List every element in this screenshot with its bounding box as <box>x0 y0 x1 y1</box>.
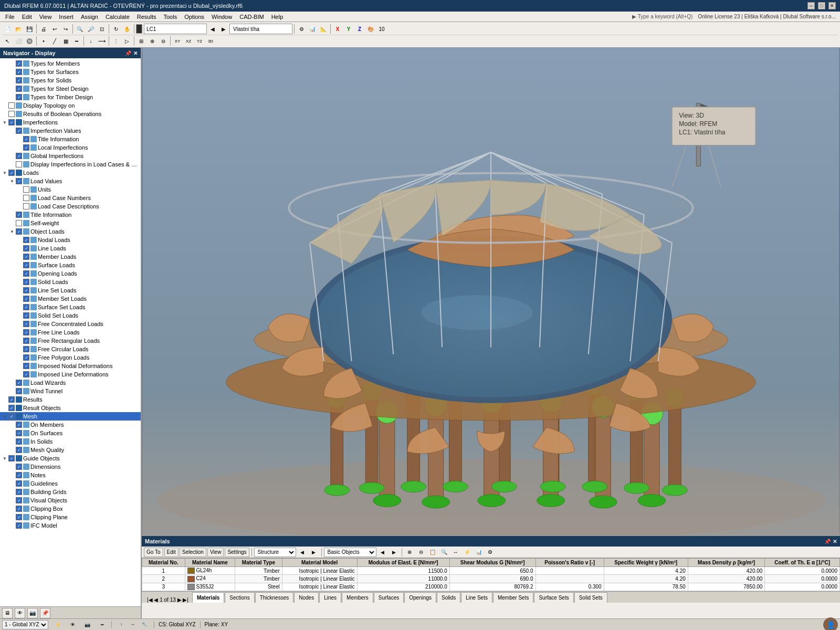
tree-item-surface-loads[interactable]: ✓Surface Loads <box>0 261 141 269</box>
member-tool[interactable]: ━ <box>71 36 82 46</box>
checkbox-mesh-quality[interactable]: ✓ <box>16 447 22 453</box>
tree-item-clipping-plane[interactable]: ✓Clipping Plane <box>0 513 141 521</box>
checkbox-nodal-loads[interactable]: ✓ <box>23 237 29 243</box>
checkbox-load-values[interactable]: ✓ <box>16 178 22 184</box>
expander-mesh[interactable]: ▼ <box>1 413 8 420</box>
tb-render-btn[interactable]: 🎨 <box>365 24 376 34</box>
line-tool[interactable]: ╱ <box>49 36 60 46</box>
lc-next[interactable]: ▶ <box>218 24 229 34</box>
checkbox-guidelines[interactable]: ✓ <box>16 480 22 487</box>
tree-item-units[interactable]: Units <box>0 185 141 194</box>
mat-close-btn[interactable]: ✕ <box>833 539 837 544</box>
basic-objects-dropdown[interactable]: Basic Objects <box>324 548 376 557</box>
menu-cadbim[interactable]: CAD-BIM <box>236 13 267 20</box>
tree-item-display-topology[interactable]: Display Topology on <box>0 101 141 110</box>
node-tool[interactable]: • <box>38 36 49 46</box>
tab-openings[interactable]: Openings <box>404 592 436 603</box>
redo-button[interactable]: ↪ <box>60 24 71 34</box>
tb-extra1[interactable]: ⚙ <box>296 24 307 34</box>
coord-system-select[interactable]: 1 - Global XYZ <box>2 620 48 629</box>
checkbox-line-loads[interactable]: ✓ <box>23 245 29 251</box>
box-select-btn[interactable]: ⬜ <box>13 36 24 46</box>
view-xy[interactable]: XY <box>172 36 183 46</box>
tb-x-axis[interactable]: X <box>332 24 343 34</box>
checkbox-surface-set-loads[interactable]: ✓ <box>23 304 29 310</box>
tab-sections[interactable]: Sections <box>225 592 254 603</box>
nav-icon-visibility[interactable]: 👁 <box>15 608 25 618</box>
checkbox-wind-tunnel[interactable]: ✓ <box>16 388 22 394</box>
nav-tree[interactable]: ✓Types for Members ✓Types for Surfaces ✓… <box>0 58 141 606</box>
checkbox-solid-loads[interactable]: ✓ <box>23 279 29 285</box>
materials-table-container[interactable]: Material No. Material Name Material Type… <box>142 558 840 591</box>
tb-z-axis[interactable]: Z <box>354 24 365 34</box>
material-row-1[interactable]: 1 GL24hTimberIsotropic | Linear Elastic1… <box>142 567 840 575</box>
checkbox-title-info-imp[interactable]: ✓ <box>23 136 29 142</box>
expander-guide-objects[interactable]: ▼ <box>1 455 8 462</box>
status-btn2[interactable]: 👁 <box>67 620 78 630</box>
tree-item-free-polygon[interactable]: ✓Free Polygon Loads <box>0 353 141 362</box>
tab-surface-sets[interactable]: Surface Sets <box>534 592 573 603</box>
expander-object-loads[interactable]: ▼ <box>8 228 16 235</box>
expander-load-values[interactable]: ▼ <box>8 177 16 185</box>
select-btn[interactable]: ↖ <box>2 36 13 46</box>
tree-item-lc-descriptions[interactable]: Load Case Descriptions <box>0 202 141 211</box>
view-3d[interactable]: 3D <box>205 36 216 46</box>
menu-window[interactable]: Window <box>208 13 235 20</box>
st-tb3[interactable]: 🔧 <box>139 620 150 630</box>
checkbox-opening-loads[interactable]: ✓ <box>23 270 29 277</box>
material-row-3[interactable]: 3 S355J2SteelIsotropic | Linear Elastic2… <box>142 583 840 591</box>
checkbox-types-solids[interactable]: ✓ <box>16 77 22 83</box>
tree-item-dimensions[interactable]: ✓Dimensions <box>0 463 141 471</box>
tree-item-title-info-loads[interactable]: ✓Title Information <box>0 211 141 219</box>
tree-item-line-loads[interactable]: ✓Line Loads <box>0 244 141 253</box>
tree-item-self-weight[interactable]: Self-weight <box>0 219 141 227</box>
tree-item-lc-numbers[interactable]: Load Case Numbers <box>0 194 141 202</box>
viewport[interactable]: View: 3D Model: RFEM LC1: Vlastní tíha C… <box>142 48 840 619</box>
tree-item-types-members[interactable]: ✓Types for Members <box>0 59 141 68</box>
checkbox-imperfections[interactable]: ✓ <box>8 119 15 125</box>
checkbox-title-info-loads[interactable]: ✓ <box>16 212 22 218</box>
tree-item-clipping-box[interactable]: ✓Clipping Box <box>0 505 141 513</box>
snap-line[interactable]: ⊖ <box>158 36 169 46</box>
checkbox-lc-descriptions[interactable] <box>23 203 29 209</box>
expander-loads[interactable]: ▼ <box>1 169 8 176</box>
view-btn[interactable]: View <box>207 548 224 557</box>
tree-item-imposed-line[interactable]: ✓Imposed Line Deformations <box>0 370 141 379</box>
menu-edit[interactable]: Edit <box>19 13 35 20</box>
menu-file[interactable]: File <box>2 13 18 20</box>
tb-extra3[interactable]: 📐 <box>318 24 329 34</box>
checkbox-clipping-plane[interactable]: ✓ <box>16 514 22 520</box>
mat-tb3[interactable]: 📋 <box>427 547 438 558</box>
tree-item-title-info-imp[interactable]: ✓Title Information <box>0 135 141 143</box>
checkbox-imperfection-values[interactable]: ✓ <box>16 128 22 134</box>
tab-line-sets[interactable]: Line Sets <box>461 592 492 603</box>
view-xz[interactable]: XZ <box>183 36 194 46</box>
tb-extra2[interactable]: 📊 <box>307 24 318 34</box>
view-all-btn[interactable]: ⊡ <box>97 24 107 34</box>
st-tb1[interactable]: ↑ <box>116 620 127 630</box>
checkbox-loads[interactable]: ✓ <box>8 170 15 176</box>
checkbox-results[interactable]: ✓ <box>8 396 15 403</box>
tab-materials[interactable]: Materials <box>192 592 224 603</box>
load-tool[interactable]: ↓ <box>86 36 96 46</box>
tree-item-imposed-nodal[interactable]: ✓Imposed Nodal Deformations <box>0 362 141 370</box>
checkbox-lc-numbers[interactable] <box>23 195 29 201</box>
checkbox-bool-results[interactable] <box>8 111 15 117</box>
checkbox-free-line[interactable]: ✓ <box>23 329 29 335</box>
material-row-2[interactable]: 2 C24TimberIsotropic | Linear Elastic110… <box>142 575 840 583</box>
checkbox-types-timber[interactable]: ✓ <box>16 94 22 100</box>
tree-item-types-timber[interactable]: ✓Types for Timber Design <box>0 93 141 101</box>
tree-item-on-surfaces[interactable]: ✓On Surfaces <box>0 429 141 437</box>
tree-item-load-values[interactable]: ▼✓Load Values <box>0 177 141 185</box>
selection-btn[interactable]: Selection <box>180 548 206 557</box>
tree-item-wind-tunnel[interactable]: ✓Wind Tunnel <box>0 387 141 395</box>
mat-tb2[interactable]: ⊖ <box>416 547 426 558</box>
nav-close-btn[interactable]: ✕ <box>133 50 138 56</box>
tree-item-types-surfaces[interactable]: ✓Types for Surfaces <box>0 68 141 76</box>
maximize-button[interactable]: □ <box>818 2 825 9</box>
checkbox-member-set-loads[interactable]: ✓ <box>23 296 29 302</box>
checkbox-member-loads[interactable]: ✓ <box>23 254 29 260</box>
tree-item-object-loads[interactable]: ▼✓Object Loads <box>0 227 141 236</box>
status-btn1[interactable]: ⚡ <box>52 620 63 630</box>
view-yz[interactable]: YZ <box>194 36 205 46</box>
